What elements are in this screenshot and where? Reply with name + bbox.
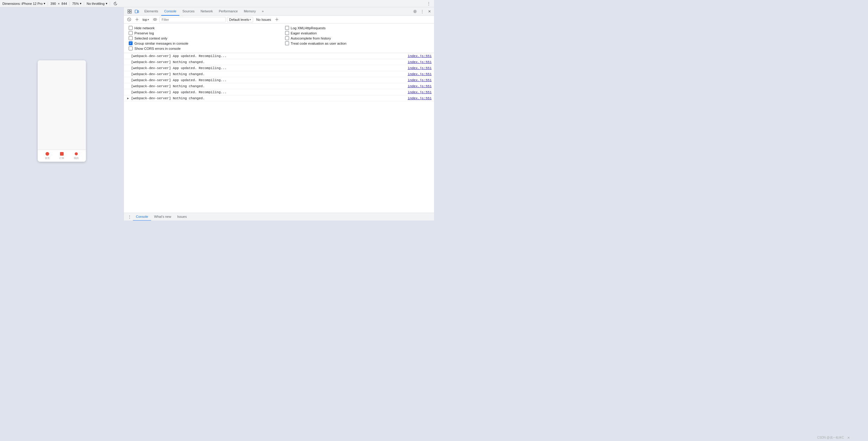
- eager-eval-label: Eager evaluation: [291, 31, 317, 35]
- more-devtools-btn[interactable]: ⋮: [419, 8, 426, 15]
- device-label[interactable]: Dimensions: iPhone 12 Pro: [2, 2, 42, 5]
- expand-icon[interactable]: [126, 54, 130, 58]
- device-emulation-btn[interactable]: [133, 8, 140, 15]
- inspect-element-btn[interactable]: [126, 8, 133, 15]
- group-messages-checkbox[interactable]: [129, 41, 133, 45]
- setting-eager-eval[interactable]: Eager evaluation: [285, 31, 430, 35]
- log-source-link[interactable]: index.js:551: [408, 96, 432, 100]
- log-source-link[interactable]: index.js:551: [408, 66, 432, 70]
- tab-sources[interactable]: Sources: [179, 7, 197, 16]
- eager-eval-checkbox[interactable]: [285, 31, 289, 35]
- issues-settings-btn[interactable]: [273, 16, 280, 23]
- bottom-tab-whatsnew[interactable]: What's new: [151, 213, 174, 221]
- console-log-row: [webpack-dev-server] App updated. Recomp…: [124, 65, 434, 71]
- tab-console[interactable]: Console: [161, 7, 179, 16]
- svg-rect-2: [130, 10, 131, 11]
- cors-errors-checkbox[interactable]: [129, 47, 133, 50]
- setting-autocomplete-history[interactable]: Autocomplete from history: [285, 36, 430, 40]
- log-source-link[interactable]: index.js:551: [408, 79, 432, 82]
- setting-cors-errors[interactable]: Show CORS errors in console: [129, 47, 273, 50]
- settings-icon-btn[interactable]: [133, 16, 140, 23]
- selected-context-checkbox[interactable]: [129, 36, 133, 40]
- eye-icon-btn[interactable]: [152, 16, 158, 23]
- expand-icon[interactable]: [126, 66, 130, 70]
- tab-network[interactable]: Network: [198, 7, 216, 16]
- default-levels-btn[interactable]: Default levels ▾: [227, 17, 253, 22]
- clear-icon: [127, 18, 131, 22]
- tab-elements[interactable]: Elements: [141, 7, 161, 16]
- tab-memory[interactable]: Memory: [241, 7, 259, 16]
- main-area: 首页 订单 我的: [0, 7, 434, 220]
- log-source-link[interactable]: index.js:551: [408, 72, 432, 76]
- svg-rect-1: [128, 10, 129, 11]
- expand-icon[interactable]: [126, 79, 130, 82]
- rotate-icon-btn[interactable]: [113, 1, 119, 7]
- top-context-select[interactable]: top ▾: [141, 17, 150, 22]
- log-text: [webpack-dev-server] Nothing changed.: [131, 85, 408, 88]
- treat-code-eval-checkbox[interactable]: [285, 41, 289, 45]
- home-tab-label: 首页: [45, 156, 50, 160]
- svg-point-12: [155, 19, 156, 20]
- setting-group-messages[interactable]: Group similar messages in console: [129, 41, 273, 45]
- log-text: [webpack-dev-server] Nothing changed.: [131, 60, 408, 64]
- expand-icon[interactable]: [126, 90, 130, 94]
- setting-hide-network[interactable]: Hide network: [129, 26, 273, 30]
- height-value[interactable]: 844: [61, 2, 67, 5]
- log-text: [webpack-dev-server] App updated. Recomp…: [131, 90, 408, 94]
- svg-rect-5: [135, 10, 137, 13]
- settings-btn[interactable]: [412, 8, 418, 15]
- levels-chevron-icon: ▾: [250, 18, 251, 21]
- svg-rect-3: [128, 12, 129, 13]
- toolbar-separator-2: [69, 1, 70, 6]
- tab-performance[interactable]: Performance: [216, 7, 241, 16]
- expand-icon[interactable]: [126, 85, 130, 88]
- log-text: [webpack-dev-server] App updated. Recomp…: [131, 79, 408, 82]
- setting-preserve-log[interactable]: Preserve log: [129, 31, 273, 35]
- log-source-link[interactable]: index.js:551: [408, 60, 432, 64]
- autocomplete-history-checkbox[interactable]: [285, 36, 289, 40]
- toolbar-separator: [48, 1, 48, 6]
- throttling-value[interactable]: No throttling: [87, 2, 104, 5]
- expand-icon[interactable]: ▶: [126, 96, 130, 100]
- more-options-btn[interactable]: ⋮: [426, 1, 432, 7]
- throttling-dropdown-arrow[interactable]: ▾: [106, 2, 107, 5]
- log-xmlhttp-checkbox[interactable]: [285, 26, 289, 30]
- phone-tab-profile[interactable]: 我的: [74, 151, 79, 160]
- phone-content: [38, 60, 86, 150]
- top-toolbar: Dimensions: iPhone 12 Pro ▾ 390 × 844 75…: [0, 0, 434, 7]
- log-source-link[interactable]: index.js:551: [408, 54, 432, 58]
- log-source-link[interactable]: index.js:551: [408, 90, 432, 94]
- bottom-tab-issues[interactable]: Issues: [174, 213, 190, 221]
- log-text: [webpack-dev-server] Nothing changed.: [131, 96, 408, 100]
- hide-network-checkbox[interactable]: [129, 26, 133, 30]
- setting-selected-context[interactable]: Selected context only: [129, 36, 273, 40]
- profile-icon-circle: [75, 152, 78, 155]
- close-devtools-btn[interactable]: ✕: [426, 8, 433, 15]
- preserve-log-checkbox[interactable]: [129, 31, 133, 35]
- expand-icon[interactable]: [126, 72, 130, 76]
- dropdown-arrow[interactable]: ▾: [44, 2, 45, 5]
- expand-icon[interactable]: [126, 60, 130, 64]
- zoom-value[interactable]: 75%: [72, 2, 79, 5]
- width-value[interactable]: 390: [50, 2, 56, 5]
- log-xmlhttp-label: Log XMLHttpRequests: [291, 26, 326, 30]
- setting-log-xmlhttp[interactable]: Log XMLHttpRequests: [285, 26, 430, 30]
- bottom-tab-menu-btn[interactable]: ⋮: [126, 213, 133, 220]
- settings-icon: [135, 18, 139, 22]
- no-issues-label: No Issues: [254, 16, 282, 24]
- tab-more[interactable]: »: [259, 7, 267, 16]
- filter-input[interactable]: [159, 17, 226, 22]
- svg-point-13: [276, 19, 277, 20]
- bottom-tab-console[interactable]: Console: [133, 213, 151, 221]
- clear-console-btn[interactable]: [126, 16, 132, 23]
- bottom-tabs: ⋮ Console What's new Issues: [124, 213, 434, 220]
- treat-code-eval-label: Treat code evaluation as user action: [291, 41, 347, 45]
- zoom-dropdown-arrow[interactable]: ▾: [80, 2, 82, 5]
- phone-tab-order[interactable]: 订单: [59, 151, 64, 160]
- phone-tab-bar: 首页 订单 我的: [38, 150, 86, 162]
- log-source-link[interactable]: index.js:551: [408, 85, 432, 88]
- toolbar-separator-3: [84, 1, 84, 6]
- phone-tab-home[interactable]: 首页: [45, 151, 50, 160]
- setting-treat-code-eval[interactable]: Treat code evaluation as user action: [285, 41, 430, 45]
- context-chevron-icon: ▾: [148, 18, 149, 21]
